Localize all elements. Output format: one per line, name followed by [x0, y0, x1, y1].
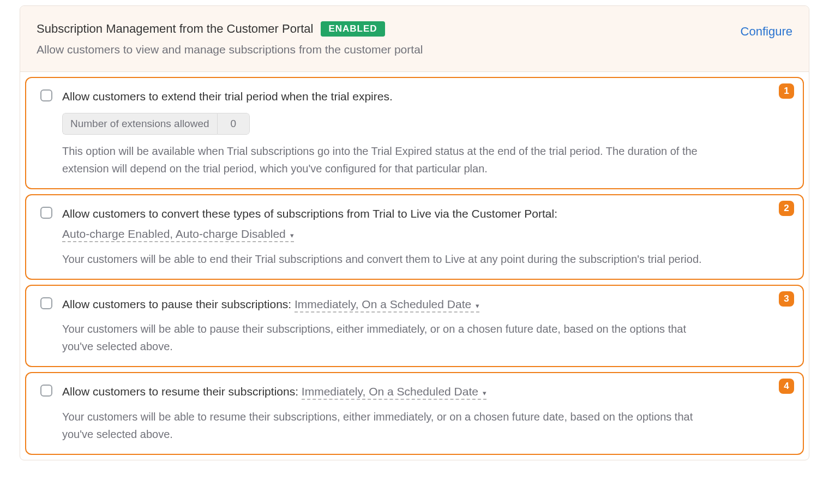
- panel-header: Subscription Management from the Custome…: [20, 6, 809, 72]
- option-help: Your customers will be able to end their…: [62, 250, 717, 268]
- option-help: Your customers will be able to resume th…: [62, 408, 717, 443]
- callout-marker-3: 3: [779, 291, 794, 307]
- callout-marker-1: 1: [779, 83, 794, 99]
- checkbox-convert-trial[interactable]: [40, 207, 52, 219]
- option-extend-trial: 1 Allow customers to extend their trial …: [25, 77, 804, 189]
- callout-marker-2: 2: [779, 201, 794, 216]
- option-label: Allow customers to extend their trial pe…: [62, 88, 789, 105]
- option-pause-subscription: 3 Allow customers to pause their subscri…: [25, 285, 804, 368]
- pause-timing-select[interactable]: Immediately, On a Scheduled Date ▾: [295, 298, 479, 313]
- settings-panel: Subscription Management from the Custome…: [20, 5, 809, 460]
- panel-subtitle: Allow customers to view and manage subsc…: [37, 43, 792, 56]
- extensions-input-group: Number of extensions allowed 0: [62, 113, 250, 135]
- chevron-down-icon: ▾: [483, 389, 486, 397]
- enabled-badge: ENABLED: [321, 21, 385, 37]
- panel-title: Subscription Management from the Custome…: [37, 22, 313, 36]
- option-label-text: Allow customers to resume their subscrip…: [62, 385, 302, 398]
- select-value: Auto-charge Enabled, Auto-charge Disable…: [62, 227, 286, 240]
- option-label-text: Allow customers to pause their subscript…: [62, 298, 295, 310]
- option-label: Allow customers to pause their subscript…: [62, 296, 789, 313]
- checkbox-resume-subscription[interactable]: [40, 385, 52, 397]
- checkbox-extend-trial[interactable]: [40, 89, 52, 101]
- option-label: Allow customers to resume their subscrip…: [62, 383, 789, 400]
- checkbox-pause-subscription[interactable]: [40, 297, 52, 309]
- select-value: Immediately, On a Scheduled Date: [302, 385, 478, 398]
- option-resume-subscription: 4 Allow customers to resume their subscr…: [25, 372, 804, 455]
- convert-types-select[interactable]: Auto-charge Enabled, Auto-charge Disable…: [62, 227, 294, 242]
- option-help: This option will be available when Trial…: [62, 142, 717, 177]
- chevron-down-icon: ▾: [476, 302, 479, 310]
- chevron-down-icon: ▾: [290, 231, 294, 239]
- extensions-value-input[interactable]: 0: [217, 113, 250, 135]
- resume-timing-select[interactable]: Immediately, On a Scheduled Date ▾: [302, 385, 486, 400]
- callout-marker-4: 4: [779, 379, 794, 394]
- extensions-label: Number of extensions allowed: [62, 113, 217, 135]
- option-help: Your customers will be able to pause the…: [62, 320, 717, 355]
- option-label: Allow customers to convert these types o…: [62, 205, 789, 223]
- select-value: Immediately, On a Scheduled Date: [295, 298, 471, 310]
- configure-link[interactable]: Configure: [741, 25, 792, 39]
- option-convert-trial: 2 Allow customers to convert these types…: [25, 194, 804, 280]
